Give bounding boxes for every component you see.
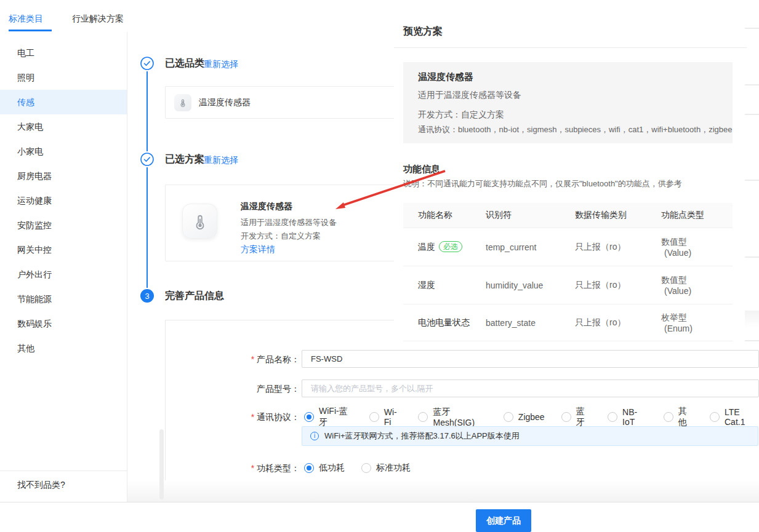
protocol-option-zigbee[interactable]: Zigbee xyxy=(504,412,545,422)
fn-type-line2: (Value) xyxy=(661,248,733,258)
protocol-option-nbiot[interactable]: NB-IoT xyxy=(608,407,647,427)
protocol-option-other[interactable]: 其他 xyxy=(664,406,693,428)
sidebar-item-sensor[interactable]: 传感 xyxy=(0,90,127,114)
fn-transfer-cell: 只上报（ro） xyxy=(560,317,646,328)
power-radio-group: 低功耗 标准功耗 xyxy=(304,459,411,477)
step1-reselect-link[interactable]: 重新选择 xyxy=(204,59,238,70)
fn-type-line1: 数值型 xyxy=(661,275,733,286)
protocol-option-label: NB-IoT xyxy=(622,407,647,427)
fn-code-cell: battery_state xyxy=(471,318,560,328)
sidebar-item-outdoor-travel[interactable]: 户外出行 xyxy=(0,262,127,287)
preview-solution-name: 温湿度传感器 xyxy=(418,71,473,83)
solution-detail-link[interactable]: 方案详情 xyxy=(241,244,275,255)
step2-title: 已选方案 xyxy=(165,153,204,166)
protocol-option-ble-mesh[interactable]: 蓝牙Mesh(SIG) xyxy=(418,407,486,427)
footer-divider xyxy=(0,502,759,502)
preview-protocols: 通讯协议：bluetooth，nb-iot，sigmesh，subpieces，… xyxy=(418,124,732,135)
sidebar-item-sport-health[interactable]: 运动健康 xyxy=(0,188,127,213)
protocol-option-label: 蓝牙 xyxy=(576,406,591,428)
sidebar-item-small-appliance[interactable]: 小家电 xyxy=(0,139,127,164)
fn-transfer-cell: 只上报（ro） xyxy=(560,242,646,253)
protocol-option-wifi-ble[interactable]: WiFi-蓝牙 xyxy=(304,406,353,428)
power-option-low[interactable]: 低功耗 xyxy=(304,463,345,474)
table-row: 温度必选 temp_current 只上报（ro） 数值型 (Value) xyxy=(403,228,733,266)
protocol-hint-box: i WiFi+蓝牙联网方式，推荐搭配3.17.6以上APP版本使用 xyxy=(302,426,758,446)
protocol-option-lte-cat1[interactable]: LTE Cat.1 xyxy=(710,407,759,427)
radio-icon[interactable] xyxy=(664,412,673,422)
step3-number: 3 xyxy=(145,292,149,301)
protocol-radio-group: WiFi-蓝牙 Wi-Fi 蓝牙Mesh(SIG) Zigbee 蓝牙 NB-I… xyxy=(304,408,759,426)
power-type-label: 功耗类型： xyxy=(201,463,300,474)
active-tab-underline xyxy=(9,30,52,31)
fn-transfer-cell: 只上报（ro） xyxy=(560,280,646,291)
required-badge: 必选 xyxy=(439,241,462,252)
radio-icon[interactable] xyxy=(369,412,379,422)
background-fragment xyxy=(745,311,759,328)
sidebar-item-gateway-control[interactable]: 网关中控 xyxy=(0,237,127,262)
sidebar-item-large-appliance[interactable]: 大家电 xyxy=(0,114,127,139)
function-table: 功能名称 识别符 数据传输类别 功能点类型 温度必选 temp_current … xyxy=(403,203,733,341)
sidebar-item-security-monitor[interactable]: 安防监控 xyxy=(0,213,127,237)
radio-icon[interactable] xyxy=(561,412,571,422)
col-header-transfer: 数据传输类别 xyxy=(560,210,646,221)
sidebar-item-other[interactable]: 其他 xyxy=(0,336,127,360)
col-header-code: 识别符 xyxy=(471,210,560,221)
step1-check-icon xyxy=(140,57,154,70)
sidebar-item-kitchen-appliance[interactable]: 厨房电器 xyxy=(0,164,127,188)
solution-icon-tile xyxy=(182,204,217,239)
cannot-find-category-link[interactable]: 找不到品类? xyxy=(17,480,65,491)
sidebar-item-lighting[interactable]: 照明 xyxy=(0,65,127,90)
radio-icon[interactable] xyxy=(361,463,371,473)
category-sidebar: 电工 照明 传感 大家电 小家电 厨房电器 运动健康 安防监控 网关中控 户外出… xyxy=(0,32,127,502)
protocol-option-label: WiFi-蓝牙 xyxy=(319,406,353,428)
table-row: 电池电量状态 battery_state 只上报（ro） 枚举型 (Enum) xyxy=(403,304,733,341)
step-connector-line xyxy=(147,71,148,151)
sidebar-item-digital-entertainment[interactable]: 数码娱乐 xyxy=(0,311,127,336)
power-option-label: 低功耗 xyxy=(319,463,345,474)
radio-icon[interactable] xyxy=(710,412,720,422)
radio-checked-icon[interactable] xyxy=(304,412,314,422)
radio-icon[interactable] xyxy=(608,412,617,422)
protocol-option-wifi[interactable]: Wi-Fi xyxy=(369,407,402,427)
fn-type-cell: 数值型 (Value) xyxy=(646,237,733,258)
fn-name: 温度 xyxy=(418,242,435,252)
preview-dev-mode: 开发方式：自定义方案 xyxy=(418,109,504,121)
function-info-note: 说明：不同通讯能力可能支持功能点不同，仅展示"bluetooth"的功能点，供参… xyxy=(403,178,682,189)
product-model-input[interactable] xyxy=(302,379,759,397)
protocol-option-label: LTE Cat.1 xyxy=(725,407,759,427)
step3-number-badge: 3 xyxy=(140,289,154,303)
sidebar-item-electrical[interactable]: 电工 xyxy=(0,41,127,65)
solution-desc: 适用于温湿度传感器等设备 xyxy=(241,217,337,228)
background-fragment xyxy=(745,28,759,29)
product-name-label: 产品名称： xyxy=(201,354,300,365)
power-option-standard[interactable]: 标准功耗 xyxy=(361,463,411,474)
fn-type-line1: 数值型 xyxy=(661,237,733,248)
tab-standard-category[interactable]: 标准类目 xyxy=(9,14,43,25)
preview-title: 预览方案 xyxy=(403,25,443,38)
sidebar-item-energy-saving[interactable]: 节能能源 xyxy=(0,287,127,311)
step2-check-icon xyxy=(140,153,154,166)
radio-icon[interactable] xyxy=(504,412,513,422)
background-fragment xyxy=(745,114,759,115)
protocol-option-bluetooth[interactable]: 蓝牙 xyxy=(561,406,591,428)
thermometer-icon xyxy=(178,98,188,108)
protocol-label: 通讯协议： xyxy=(201,412,300,423)
step2-reselect-link[interactable]: 重新选择 xyxy=(204,155,238,166)
background-fragment xyxy=(745,84,759,85)
scrollbar-thumb[interactable] xyxy=(159,429,164,499)
radio-icon[interactable] xyxy=(418,412,428,422)
create-product-button[interactable]: 创建产品 xyxy=(476,509,531,532)
radio-checked-icon[interactable] xyxy=(304,463,314,473)
protocol-option-label: 其他 xyxy=(678,406,693,428)
fn-type-line2: (Enum) xyxy=(661,324,733,333)
preview-panel: 预览方案 温湿度传感器 适用于温湿度传感器等设备 开发方式：自定义方案 通讯协议… xyxy=(394,0,747,342)
tab-industry-solutions[interactable]: 行业解决方案 xyxy=(72,14,124,25)
preview-divider xyxy=(394,47,747,48)
step-connector-line xyxy=(147,167,148,288)
info-icon: i xyxy=(310,432,319,440)
step3-title: 完善产品信息 xyxy=(165,290,224,303)
product-name-input[interactable] xyxy=(302,350,759,368)
fn-name: 电池电量状态 xyxy=(418,316,471,329)
product-model-label: 产品型号： xyxy=(201,384,300,395)
fn-type-cell: 数值型 (Value) xyxy=(646,275,733,296)
